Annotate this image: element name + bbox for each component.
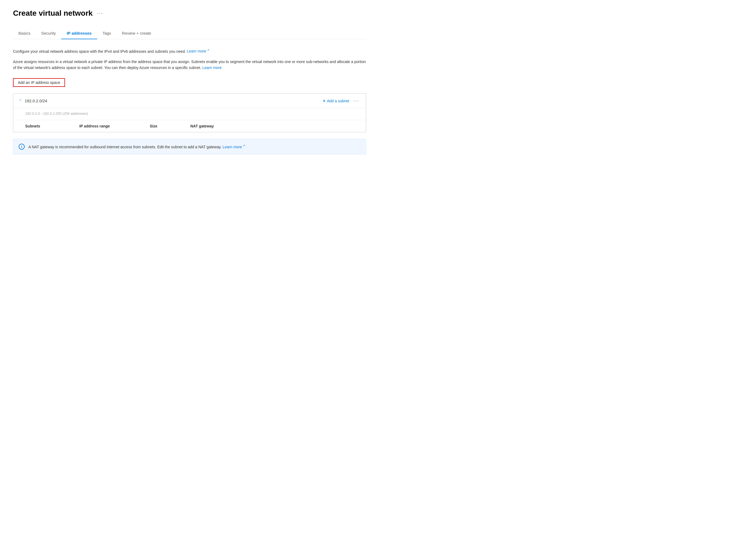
description-line-2: Azure assigns resources in a virtual net… — [13, 59, 366, 71]
add-ip-address-space-button[interactable]: Add an IP address space — [13, 78, 65, 87]
tab-review-create[interactable]: Review + create — [116, 28, 157, 39]
col-header-size: Size — [150, 124, 190, 128]
plus-icon: + — [323, 98, 325, 103]
info-icon: i — [19, 144, 25, 150]
col-header-nat-gateway: NAT gateway — [190, 124, 258, 128]
card-header-row: ⌃ 192.0.2.0/24 + Add a subnet ··· — [13, 94, 366, 108]
tab-ip-addresses[interactable]: IP addresses — [61, 28, 97, 39]
info-banner-text: A NAT gateway is recommended for outboun… — [29, 143, 245, 150]
description-line-1: Configure your virtual network address s… — [13, 48, 366, 54]
tabs-navigation: Basics Security IP addresses Tags Review… — [13, 28, 366, 39]
external-link-icon-1: ↗ — [207, 48, 209, 52]
page-header: Create virtual network ··· — [13, 9, 366, 18]
learn-more-link-2[interactable]: Learn more — [202, 66, 222, 70]
tab-security[interactable]: Security — [36, 28, 61, 39]
ip-address-card: ⌃ 192.0.2.0/24 + Add a subnet ··· 192.0.… — [13, 93, 366, 132]
learn-more-link-3[interactable]: Learn more↗ — [223, 145, 245, 149]
ip-range-label: 192.0.2.0/24 — [25, 98, 47, 103]
page-title: Create virtual network — [13, 9, 92, 18]
chevron-up-icon[interactable]: ⌃ — [19, 99, 22, 103]
more-options-icon[interactable]: ··· — [97, 10, 103, 16]
col-header-ip-range: IP address range — [79, 124, 150, 128]
ip-block-more-options-button[interactable]: ··· — [353, 98, 360, 103]
tab-tags[interactable]: Tags — [97, 28, 117, 39]
card-header-right: + Add a subnet ··· — [323, 98, 360, 103]
col-header-subnets: Subnets — [25, 124, 79, 128]
address-range-text: 192.0.2.0 - 192.0.2.255 (256 addresses) — [13, 108, 366, 120]
info-banner: i A NAT gateway is recommended for outbo… — [13, 139, 366, 155]
learn-more-link-1[interactable]: Learn more↗ — [187, 49, 209, 53]
external-link-icon-2: ↗ — [243, 144, 245, 147]
subnets-table-header: Subnets IP address range Size NAT gatewa… — [13, 120, 366, 132]
description-section: Configure your virtual network address s… — [13, 48, 366, 71]
tab-basics[interactable]: Basics — [13, 28, 36, 39]
card-header-left: ⌃ 192.0.2.0/24 — [19, 98, 47, 103]
add-subnet-button[interactable]: + Add a subnet — [323, 98, 349, 103]
